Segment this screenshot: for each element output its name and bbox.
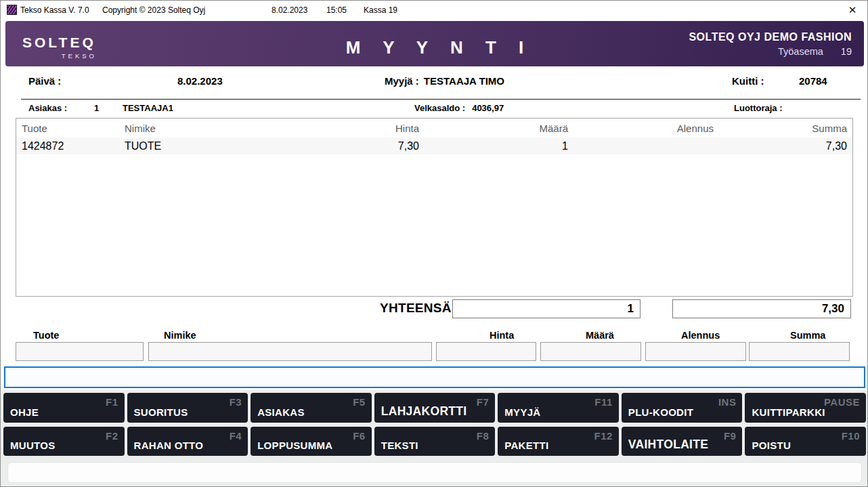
table-header-row: Tuote Nimike Hinta Määrä Alennus Summa: [16, 119, 852, 137]
kuittiparkki-button[interactable]: KUITTIPARKKI PAUSE: [745, 393, 866, 423]
button-label: ASIAKAS: [257, 406, 305, 418]
button-key: F11: [594, 396, 613, 408]
col-header-hinta: Hinta: [296, 123, 419, 134]
sales-items-table: Tuote Nimike Hinta Määrä Alennus Summa 1…: [16, 118, 853, 297]
customer-number: 1: [94, 103, 99, 115]
button-key: F5: [353, 396, 366, 408]
entry-label-alennus: Alennus: [681, 330, 720, 341]
tekso-kassa-window: Tekso Kassa V. 7.0 Copyright © 2023 Solt…: [0, 0, 868, 487]
asiakas-button[interactable]: ASIAKAS F5: [251, 393, 372, 423]
entry-label-tuote: Tuote: [33, 330, 59, 341]
nimike-entry-field[interactable]: [148, 342, 432, 361]
button-label: LAHJAKORTTI: [381, 404, 467, 419]
button-key: F4: [230, 430, 242, 442]
debt-label: Velkasaldo :: [414, 103, 465, 115]
button-label: PLU-KOODIT: [628, 406, 693, 418]
tuote-entry-field[interactable]: [16, 342, 144, 361]
summa-entry-field[interactable]: [749, 342, 850, 361]
function-button-grid: OHJE F1 SUORITUS F3 ASIAKAS F5 LAHJAKORT…: [3, 393, 866, 456]
col-header-tuote: Tuote: [22, 123, 125, 134]
workstation-number: 19: [841, 46, 852, 57]
entry-label-hinta: Hinta: [490, 330, 514, 341]
col-header-alennus: Alennus: [568, 123, 714, 134]
close-button[interactable]: ✕: [838, 1, 867, 20]
plu-koodit-button[interactable]: PLU-KOODIT INS: [622, 393, 743, 423]
cell-hinta: 7,30: [296, 140, 419, 152]
debt-value: 4036,97: [472, 103, 504, 115]
date-label: Päivä :: [28, 75, 61, 90]
button-key: F3: [230, 396, 242, 408]
button-label: RAHAN OTTO: [134, 440, 204, 451]
date-value: 8.02.2023: [177, 75, 223, 90]
button-label: MYYJÄ: [504, 406, 540, 418]
button-label: VAIHTOLAITE: [628, 438, 708, 452]
cell-nimike: TUOTE: [125, 140, 296, 152]
poistu-button[interactable]: POISTU F10: [745, 427, 866, 456]
cell-tuote: 1424872: [22, 140, 125, 152]
button-label: MUUTOS: [10, 440, 56, 451]
teksti-button[interactable]: TEKSTI F8: [374, 427, 496, 456]
total-sum-box: 7,30: [672, 299, 851, 318]
page-title: M Y Y N T I: [337, 37, 532, 58]
total-quantity-box: 1: [452, 299, 641, 318]
button-key: F12: [594, 430, 612, 442]
ohje-button[interactable]: OHJE F1: [3, 393, 125, 423]
workstation-label: Työasema: [778, 46, 823, 57]
app-icon: [7, 5, 17, 15]
col-header-maara: Määrä: [419, 123, 568, 134]
titlebar-time: 15:05: [326, 1, 347, 20]
button-key: F2: [106, 430, 118, 442]
customer-name: TESTAAJA1: [123, 103, 173, 115]
table-row[interactable]: 1424872 TUOTE 7,30 1 7,30: [16, 137, 852, 154]
credit-label: Luottoraja :: [734, 103, 783, 115]
entry-label-summa: Summa: [790, 330, 825, 341]
customer-label: Asiakas :: [28, 103, 67, 115]
maara-entry-field[interactable]: [540, 342, 641, 361]
alennus-entry-field[interactable]: [645, 342, 746, 361]
rahan-otto-button[interactable]: RAHAN OTTO F4: [127, 427, 248, 456]
app-header: SOLTEQ TEKSO M Y Y N T I SOLTEQ OYJ DEMO…: [5, 21, 864, 66]
paketti-button[interactable]: PAKETTI F12: [498, 427, 619, 456]
button-label: LOPPUSUMMA: [257, 440, 332, 451]
button-key: F6: [353, 430, 366, 442]
close-icon: ✕: [848, 4, 857, 16]
loppusumma-button[interactable]: LOPPUSUMMA F6: [251, 427, 372, 456]
separator-line: [21, 99, 861, 100]
entry-label-nimike: Nimike: [164, 330, 196, 341]
store-info: SOLTEQ OYJ DEMO FASHION Työasema 19: [689, 31, 852, 57]
debt-field: Velkasaldo : 4036,97: [414, 103, 504, 115]
total-label: YHTEENSÄ: [380, 301, 452, 316]
button-key: F10: [842, 430, 860, 442]
solteq-tekso-logo: SOLTEQ TEKSO: [22, 35, 98, 60]
cell-maara: 1: [419, 140, 568, 152]
entry-label-maara: Määrä: [586, 330, 614, 341]
cell-summa: 7,30: [714, 140, 847, 152]
copyright-text: Copyright © 2023 Solteq Oyj: [102, 1, 205, 20]
button-label: OHJE: [10, 406, 39, 418]
button-key: F9: [724, 430, 737, 442]
button-label: KUITTIPARKKI: [752, 406, 825, 418]
button-label: TEKSTI: [381, 440, 418, 451]
command-input[interactable]: [4, 366, 865, 388]
app-title: Tekso Kassa V. 7.0: [20, 1, 89, 20]
lahjakortti-button[interactable]: LAHJAKORTTI F7: [374, 393, 496, 423]
hinta-entry-field[interactable]: [436, 342, 536, 361]
credit-field: Luottoraja :: [734, 103, 789, 115]
seller-value: TESTAAJA TIMO: [424, 75, 504, 90]
titlebar: Tekso Kassa V. 7.0 Copyright © 2023 Solt…: [1, 1, 867, 20]
button-label: PAKETTI: [504, 440, 548, 451]
logo-secondary: TEKSO: [22, 52, 98, 60]
col-header-nimike: Nimike: [125, 123, 296, 134]
button-key: F8: [477, 430, 490, 442]
register-number: Kassa 19: [364, 1, 397, 20]
muutos-button[interactable]: MUUTOS F2: [3, 427, 125, 456]
suoritus-button[interactable]: SUORITUS F3: [127, 393, 248, 423]
titlebar-date: 8.02.2023: [272, 1, 307, 20]
logo-primary: SOLTEQ: [22, 35, 98, 51]
store-name: SOLTEQ OYJ DEMO FASHION: [689, 31, 852, 43]
button-key: INS: [718, 396, 737, 408]
myyja-button[interactable]: MYYJÄ F11: [498, 393, 619, 423]
button-label: POISTU: [752, 440, 791, 451]
status-strip: [7, 462, 862, 483]
vaihtolaite-button[interactable]: VAIHTOLAITE F9: [622, 427, 743, 456]
